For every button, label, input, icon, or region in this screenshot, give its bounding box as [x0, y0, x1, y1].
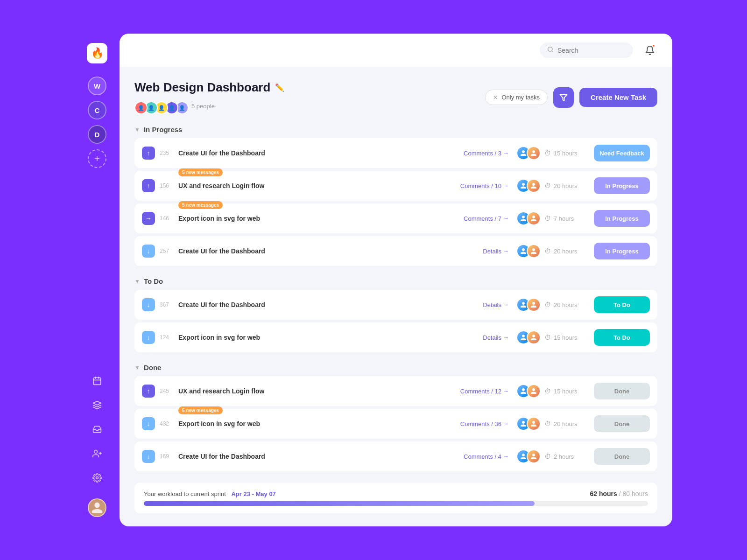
assignee-avatar-2 [527, 330, 541, 344]
assignee-avatar-2 [527, 298, 541, 312]
section-in-progress: ▼ In Progress ↑ 235 Create UI for the Da… [134, 126, 657, 266]
hours-value: 20 hours [554, 182, 578, 189]
task-link[interactable]: Details → [483, 248, 509, 255]
people-count: 5 people [191, 103, 215, 110]
search-icon [547, 46, 554, 54]
priority-icon: → [142, 212, 155, 225]
workspace-d[interactable]: D [88, 125, 106, 144]
workspace-c[interactable]: C [88, 101, 106, 119]
task-name: Export icon in svg for web [178, 420, 260, 427]
task-status-button[interactable]: In Progress [594, 210, 650, 227]
priority-icon: ↑ [142, 147, 155, 160]
task-link[interactable]: Comments / 12 → [460, 388, 509, 395]
svg-point-5 [94, 450, 98, 454]
clear-filter-icon[interactable]: ✕ [493, 94, 498, 101]
task-id: 367 [160, 301, 174, 308]
task-id: 257 [160, 248, 174, 254]
task-assignees [516, 330, 537, 344]
new-messages-badge: 5 new messages [178, 201, 223, 209]
search-box[interactable] [540, 42, 633, 58]
task-hours: ⏱ 15 hours [544, 387, 586, 395]
task-link[interactable]: Details → [483, 301, 509, 308]
chevron-icon: ▼ [134, 364, 140, 371]
task-row: ↑ 156 5 new messages UX and research Log… [134, 171, 657, 201]
task-name: Create UI for the Dashboard [178, 247, 265, 255]
task-id: 169 [160, 453, 174, 460]
clock-icon: ⏱ [544, 301, 551, 308]
svg-marker-11 [560, 94, 567, 101]
task-name-area: Create UI for the Dashboard [178, 452, 464, 461]
user-avatar[interactable] [88, 498, 106, 517]
task-row: ↓ 169 Create UI for the Dashboard Commen… [134, 441, 657, 471]
task-hours: ⏱ 20 hours [544, 182, 586, 189]
task-assignees [516, 211, 537, 225]
sidebar: 🔥 W C D + [75, 34, 120, 526]
clock-icon: ⏱ [544, 182, 551, 189]
calendar-icon[interactable] [88, 371, 106, 390]
user-plus-icon[interactable] [88, 444, 106, 463]
task-name-area: Create UI for the Dashboard [178, 149, 464, 157]
filter-button[interactable] [553, 87, 574, 108]
task-row: ↓ 432 5 new messages Export icon in svg … [134, 409, 657, 439]
new-messages-badge: 5 new messages [178, 168, 223, 176]
notification-button[interactable] [641, 41, 659, 60]
task-link[interactable]: Comments / 10 → [460, 182, 509, 189]
section-header-done[interactable]: ▼ Done [134, 364, 657, 371]
task-link[interactable]: Comments / 4 → [464, 453, 509, 460]
task-status-button[interactable]: Done [594, 383, 650, 399]
task-link[interactable]: Comments / 7 → [464, 215, 509, 222]
clock-icon: ⏱ [544, 215, 551, 222]
task-row: ↓ 367 Create UI for the Dashboard Detail… [134, 290, 657, 320]
layers-icon[interactable] [88, 396, 106, 414]
task-hours: ⏱ 20 hours [544, 420, 586, 427]
edit-icon[interactable]: ✏️ [275, 83, 284, 92]
section-title: Done [144, 364, 162, 371]
only-my-tasks-filter[interactable]: ✕ Only my tasks [485, 90, 548, 105]
content-area: Web Design Dashboard ✏️ 👤 👤 👤 👤 👤 5 peop… [120, 67, 672, 526]
workload-hours: 62 hours / 80 hours [590, 490, 648, 497]
task-link[interactable]: Comments / 3 → [464, 150, 509, 157]
chevron-icon: ▼ [134, 278, 140, 285]
section-title: In Progress [144, 126, 183, 133]
task-status-button[interactable]: In Progress [594, 177, 650, 194]
task-status-button[interactable]: Done [594, 448, 650, 465]
task-row: ↑ 235 Create UI for the Dashboard Commen… [134, 138, 657, 168]
task-status-button[interactable]: In Progress [594, 243, 650, 259]
workspace-w[interactable]: W [88, 77, 106, 95]
inbox-icon[interactable] [88, 420, 106, 439]
add-workspace-button[interactable]: + [88, 149, 106, 168]
section-header-to-do[interactable]: ▼ To Do [134, 277, 657, 285]
clock-icon: ⏱ [544, 453, 551, 460]
section-header-in-progress[interactable]: ▼ In Progress [134, 126, 657, 133]
task-id: 432 [160, 420, 174, 427]
clock-icon: ⏱ [544, 420, 551, 427]
priority-icon: ↓ [142, 298, 155, 311]
team-avatar-1: 👤 [134, 101, 148, 114]
hours-value: 15 hours [554, 388, 578, 395]
task-link[interactable]: Details → [483, 334, 509, 341]
section-title: To Do [144, 277, 163, 285]
task-name-area: Create UI for the Dashboard [178, 301, 483, 309]
hours-value: 20 hours [554, 420, 578, 427]
app-logo[interactable]: 🔥 [87, 43, 107, 63]
priority-icon: ↓ [142, 450, 155, 463]
svg-marker-4 [93, 401, 101, 405]
dashboard-actions: ✕ Only my tasks Create New Task [485, 87, 657, 108]
task-hours: ⏱ 15 hours [544, 149, 586, 157]
task-status-button[interactable]: To Do [594, 296, 650, 313]
create-task-button[interactable]: Create New Task [579, 88, 657, 107]
task-status-button[interactable]: Done [594, 415, 650, 432]
task-assignees [516, 298, 537, 312]
task-status-button[interactable]: To Do [594, 329, 650, 346]
search-input[interactable] [557, 47, 626, 54]
task-link[interactable]: Comments / 36 → [460, 420, 509, 427]
task-id: 156 [160, 182, 174, 189]
workload-label: Your workload to current sprint Apr 23 -… [144, 490, 276, 497]
task-assignees [516, 449, 537, 463]
hours-value: 2 hours [554, 453, 574, 460]
priority-icon: ↑ [142, 179, 155, 192]
hours-value: 15 hours [554, 150, 578, 157]
priority-icon: ↑ [142, 385, 155, 398]
task-status-button[interactable]: Need Feedback [594, 145, 650, 161]
settings-icon[interactable] [88, 469, 106, 487]
